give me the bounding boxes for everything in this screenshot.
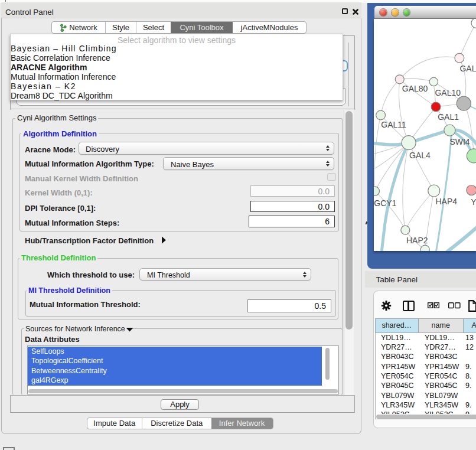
svg-text:SWI4: SWI4 bbox=[450, 137, 470, 146]
svg-text:YER: YER bbox=[471, 197, 475, 207]
svg-text:GAL4: GAL4 bbox=[409, 151, 431, 160]
svg-text:HAP4: HAP4 bbox=[436, 196, 458, 206]
svg-text:GAL1: GAL1 bbox=[438, 112, 459, 122]
svg-text:HAP2: HAP2 bbox=[406, 235, 428, 244]
svg-text:GAL10: GAL10 bbox=[435, 88, 461, 97]
svg-text:GAL80: GAL80 bbox=[402, 84, 428, 93]
svg-text:GAL2: GAL2 bbox=[460, 64, 476, 73]
svg-text:GAL11: GAL11 bbox=[381, 120, 406, 129]
svg-text:GCY1: GCY1 bbox=[374, 198, 396, 208]
